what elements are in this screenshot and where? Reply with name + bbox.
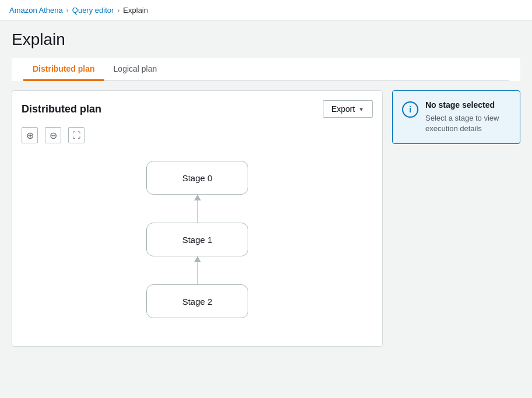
fit-icon: ⛶ (72, 131, 80, 140)
distributed-plan-panel: Distributed plan Export ▼ ⊕ ⊖ ⛶ (12, 90, 383, 347)
info-panel: i No stage selected Select a stage to vi… (392, 90, 520, 144)
zoom-out-icon: ⊖ (50, 130, 57, 141)
breadcrumb-sep-2: › (117, 6, 119, 15)
zoom-controls: ⊕ ⊖ ⛶ (22, 127, 373, 143)
stage-2-label: Stage 2 (182, 297, 213, 307)
page-container: Explain Distributed plan Logical plan Di… (0, 21, 532, 356)
stage-arrow-0-1 (197, 195, 198, 223)
plan-panel-header: Distributed plan Export ▼ (22, 100, 373, 118)
main-content: Distributed plan Export ▼ ⊕ ⊖ ⛶ (12, 90, 520, 347)
info-description: Select a stage to view execution details (425, 113, 510, 134)
tabs-container: Distributed plan Logical plan (12, 58, 520, 81)
stage-0-box[interactable]: Stage 0 (146, 161, 248, 195)
breadcrumb-explain: Explain (123, 6, 148, 15)
stage-2-box[interactable]: Stage 2 (146, 284, 248, 318)
export-chevron-icon: ▼ (358, 106, 364, 112)
zoom-in-icon: ⊕ (26, 130, 34, 141)
tab-distributed-plan[interactable]: Distributed plan (23, 58, 104, 81)
breadcrumb-query-editor[interactable]: Query editor (72, 6, 114, 15)
export-label: Export (332, 104, 355, 114)
info-icon: i (402, 101, 418, 118)
stage-diagram: Stage 0 Stage 1 Stage 2 (22, 155, 373, 318)
export-button[interactable]: Export ▼ (323, 100, 373, 118)
breadcrumb: Amazon Athena › Query editor › Explain (0, 0, 532, 21)
info-text: No stage selected Select a stage to view… (425, 100, 510, 134)
stage-0-label: Stage 0 (182, 173, 213, 183)
breadcrumb-sep-1: › (66, 6, 69, 15)
tab-logical-plan[interactable]: Logical plan (104, 58, 167, 81)
page-title: Explain (12, 30, 520, 49)
plan-panel-title: Distributed plan (22, 103, 101, 115)
stage-arrow-1-2 (197, 256, 198, 284)
zoom-in-button[interactable]: ⊕ (22, 127, 38, 143)
breadcrumb-amazon-athena[interactable]: Amazon Athena (9, 6, 63, 15)
stage-1-box[interactable]: Stage 1 (146, 223, 248, 256)
stage-1-label: Stage 1 (182, 235, 213, 245)
fit-view-button[interactable]: ⛶ (68, 127, 84, 143)
zoom-out-button[interactable]: ⊖ (45, 127, 61, 143)
tabs-bar: Distributed plan Logical plan (23, 58, 509, 81)
info-title: No stage selected (425, 100, 510, 110)
